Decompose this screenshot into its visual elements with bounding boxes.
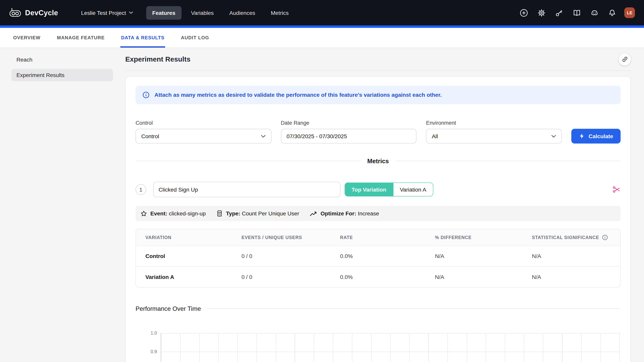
control-label: Control: [136, 120, 271, 126]
chevron-down-icon: [551, 135, 556, 138]
metric-name-input[interactable]: Clicked Sign Up: [153, 182, 340, 197]
optimize-summary: Optimize For: Increase: [310, 210, 379, 216]
table-row: Control 0 / 0 0.0% N/A N/A: [136, 246, 620, 267]
row-rate: 0.0%: [330, 253, 426, 259]
toggle-top-variation[interactable]: Top Variation: [345, 183, 393, 196]
row-difference: N/A: [426, 274, 522, 280]
calculate-button-label: Calculate: [588, 133, 613, 139]
divider-line: [396, 161, 620, 161]
discord-icon[interactable]: [589, 7, 600, 18]
optimize-label: Optimize For:: [321, 210, 356, 216]
bolt-icon: [578, 133, 585, 140]
filters-row: Control Control Date Range Envir: [136, 120, 620, 144]
app-window: DevCycle Leslie Test Project Features Va…: [0, 0, 644, 362]
col-difference: % DIFFERENCE: [426, 235, 522, 240]
tab-manage-feature[interactable]: MANAGE FEATURE: [57, 28, 105, 48]
feature-tabbar: OVERVIEW MANAGE FEATURE DATA & RESULTS A…: [0, 28, 644, 48]
row-rate: 0.0%: [330, 274, 426, 280]
performance-title: Performance Over Time: [136, 305, 201, 312]
add-icon[interactable]: [518, 7, 529, 18]
nav-item-audiences[interactable]: Audiences: [223, 6, 261, 19]
accent-progress-bar: [0, 25, 644, 28]
row-significance: N/A: [522, 253, 620, 259]
info-icon: [142, 91, 150, 99]
project-selector[interactable]: Leslie Test Project: [81, 9, 133, 16]
gear-icon[interactable]: [536, 7, 547, 18]
environment-label: Environment: [426, 120, 562, 126]
environment-select[interactable]: All: [426, 129, 562, 144]
date-range-label: Date Range: [281, 120, 416, 126]
type-value: Count Per Unique User: [242, 210, 299, 216]
results-table: VARIATION EVENTS / UNIQUE USERS RATE % D…: [136, 229, 620, 288]
main-panel: Experiment Results Attach as many m: [119, 48, 644, 362]
divider-line: [136, 161, 360, 161]
star-icon: [140, 210, 147, 217]
col-significance: STATISTICAL SIGNIFICANCE: [522, 235, 620, 240]
optimize-value: Increase: [358, 210, 379, 216]
header-divider: [125, 71, 631, 71]
info-banner-text: Attach as many metrics as desired to val…: [154, 92, 442, 98]
user-avatar[interactable]: LE: [624, 7, 635, 18]
row-difference: N/A: [426, 253, 522, 259]
event-summary: Event: clicked-sign-up: [140, 210, 206, 217]
y-tick-label: 0.9: [150, 349, 157, 354]
remove-metric-scissors-icon[interactable]: [612, 185, 620, 193]
brand-name: DevCycle: [25, 8, 58, 17]
topbar-icons: LE: [518, 7, 635, 18]
toggle-variation-a[interactable]: Variation A: [393, 183, 433, 196]
sidebar: Reach Experiment Results: [0, 48, 119, 362]
content: Reach Experiment Results Experiment Resu…: [0, 48, 644, 362]
divider-line: [207, 308, 620, 309]
topbar: DevCycle Leslie Test Project Features Va…: [0, 0, 644, 25]
bell-icon[interactable]: [606, 7, 618, 18]
row-significance: N/A: [522, 274, 620, 280]
row-variation: Variation A: [136, 274, 232, 280]
col-events: EVENTS / UNIQUE USERS: [232, 235, 330, 240]
devcycle-logo-icon: [9, 8, 21, 17]
tab-data-results[interactable]: DATA & RESULTS: [121, 28, 164, 48]
event-label: Event:: [150, 210, 167, 216]
chevron-down-icon: [129, 11, 133, 14]
chart-plot-area: [160, 333, 620, 362]
trend-up-icon: [310, 210, 317, 216]
info-banner: Attach as many metrics as desired to val…: [136, 86, 620, 104]
calculate-button[interactable]: Calculate: [572, 129, 621, 144]
environment-field: Environment All: [426, 120, 562, 144]
primary-nav: Features Variables Audiences Metrics: [146, 6, 295, 19]
chevron-down-icon: [261, 135, 266, 138]
variation-toggle: Top Variation Variation A: [344, 182, 433, 196]
col-rate: RATE: [330, 235, 426, 240]
metrics-divider: Metrics: [136, 158, 620, 165]
key-icon[interactable]: [554, 7, 564, 18]
row-variation: Control: [136, 253, 232, 259]
page-title: Experiment Results: [125, 55, 190, 63]
type-summary: Type: Count Per Unique User: [216, 210, 299, 217]
date-range-input[interactable]: [281, 129, 416, 144]
performance-header: Performance Over Time: [136, 305, 620, 312]
calculator-icon: [216, 210, 222, 217]
control-field: Control Control: [136, 120, 271, 144]
control-select[interactable]: Control: [136, 129, 271, 144]
y-tick-label: 1.0: [150, 331, 157, 336]
tab-audit-log[interactable]: AUDIT LOG: [181, 28, 209, 48]
copy-link-button[interactable]: [618, 53, 631, 65]
nav-item-variables[interactable]: Variables: [185, 6, 220, 19]
nav-item-metrics[interactable]: Metrics: [265, 6, 295, 19]
experiment-results-card: Attach as many metrics as desired to val…: [125, 76, 631, 362]
tab-overview[interactable]: OVERVIEW: [13, 28, 40, 48]
info-icon[interactable]: [602, 235, 608, 240]
row-events: 0 / 0: [232, 274, 330, 280]
control-select-value: Control: [141, 133, 159, 139]
sidebar-item-experiment-results[interactable]: Experiment Results: [12, 69, 113, 81]
sidebar-item-reach[interactable]: Reach: [12, 53, 113, 66]
environment-select-value: All: [432, 133, 438, 139]
metric-index-badge: 1: [136, 184, 146, 195]
brand[interactable]: DevCycle: [9, 8, 58, 17]
main-header: Experiment Results: [125, 48, 631, 70]
project-selector-label: Leslie Test Project: [81, 9, 126, 16]
performance-chart: 1.0 0.9: [136, 333, 620, 362]
chart-y-axis: 1.0 0.9: [136, 333, 160, 362]
nav-item-features[interactable]: Features: [146, 6, 182, 19]
docs-book-icon[interactable]: [572, 7, 582, 18]
col-significance-label: STATISTICAL SIGNIFICANCE: [532, 235, 599, 240]
